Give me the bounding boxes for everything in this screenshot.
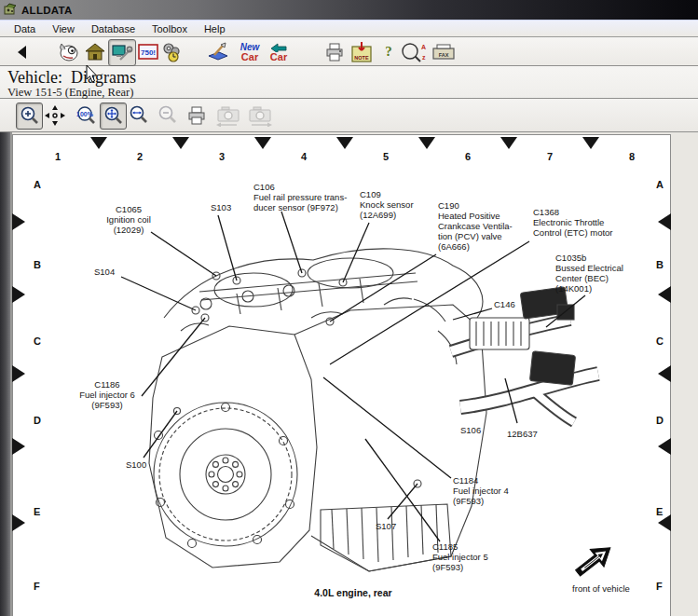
zoom-width-button[interactable] <box>126 103 151 128</box>
heading-bar: Vehicle: Diagrams View 151-5 (Engine, Re… <box>0 66 698 99</box>
fax-button[interactable]: FAX <box>431 39 457 64</box>
fax-label: FAX <box>439 51 449 57</box>
alldata-window: { "window": { "title": "ALLDATA" }, "men… <box>0 0 698 616</box>
callout-S104: S104 <box>94 267 115 277</box>
mouse-cursor <box>86 65 99 84</box>
diagram-page[interactable]: 1 2 3 4 5 6 7 8 A B C D E F A B C D E F <box>12 134 671 616</box>
app-icon <box>4 3 18 17</box>
print-button[interactable] <box>322 39 348 64</box>
zoom-out-icon <box>157 105 178 126</box>
fax-icon: FAX <box>431 43 456 62</box>
main-toolbar: 750! New Car Car <box>0 37 698 66</box>
previous-car-label: Car <box>268 52 289 62</box>
back-button[interactable] <box>9 39 35 64</box>
zoom-100-icon: 100% <box>75 105 99 126</box>
zoom-in-icon <box>20 106 40 127</box>
pan-button[interactable] <box>42 103 67 128</box>
callout-S100: S100 <box>126 459 146 470</box>
callout-C1368: C1368 Electronic Throttle Control (ETC) … <box>533 207 613 238</box>
zoom-print-button[interactable] <box>184 103 209 128</box>
page-title: Vehicle: Diagrams <box>7 68 136 88</box>
note-icon: NOTE <box>350 41 373 63</box>
print-icon <box>324 43 345 62</box>
callout-C1184: C1184 Fuel injector 4 (9F593) <box>453 475 509 506</box>
zoom-toolbar: 100% <box>0 99 698 132</box>
menu-view[interactable]: View <box>44 21 83 36</box>
alert-750-label: 750! <box>141 48 156 57</box>
callout-C1185: C1185 Fuel injector 5 (9F593) <box>432 541 488 572</box>
window-left-edge <box>0 132 12 616</box>
home-button[interactable] <box>82 39 108 64</box>
callout-12B637: 12B637 <box>507 429 538 439</box>
help-icon: ? <box>385 44 392 60</box>
print-icon <box>186 106 207 125</box>
zoom-in-button[interactable] <box>16 103 43 130</box>
callout-C146: C146 <box>494 299 515 309</box>
front-of-vehicle-label: front of vehicle <box>559 583 643 594</box>
next-view-camera-icon <box>246 104 274 127</box>
page-subtitle: View 151-5 (Engine, Rear) <box>7 86 133 100</box>
diagram-caption: 4.0L engine, rear <box>283 587 423 598</box>
callout-C109: C109 Knock sensor (12A699) <box>360 189 414 220</box>
menu-database[interactable]: Database <box>83 21 144 36</box>
callout-C190: C190 Heated Positive Crankcase Ventila- … <box>438 200 513 252</box>
callout-C1065: C1065 Ignition coil (12029) <box>98 204 159 235</box>
callout-C106: C106 Fuel rail pressure trans- ducer sen… <box>253 182 347 212</box>
diagram-viewport: 1 2 3 4 5 6 7 8 A B C D E F A B C D E F <box>0 132 698 616</box>
callout-S103: S103 <box>211 202 231 212</box>
search-az-icon: A z <box>401 42 429 62</box>
previous-car-button[interactable]: Car <box>265 39 293 64</box>
diagnostic-tools-button[interactable] <box>108 39 136 66</box>
back-icon <box>15 45 30 60</box>
callout-S106: S106 <box>460 425 481 435</box>
search-a-label: A <box>421 44 426 50</box>
prev-view-button[interactable] <box>213 103 243 128</box>
zoom-out-button[interactable] <box>155 103 180 128</box>
new-car-button[interactable]: New Car <box>235 39 265 64</box>
back-arrow-icon <box>268 43 289 52</box>
prev-view-camera-icon <box>214 104 242 127</box>
schedule-gears-icon <box>160 41 183 63</box>
next-view-button[interactable] <box>245 103 275 128</box>
search-az-button[interactable]: A z <box>399 39 431 64</box>
callout-C1035b: C1035b Bussed Electrical Center (BEC) (1… <box>555 253 623 294</box>
menu-help[interactable]: Help <box>196 21 234 36</box>
mascot-button[interactable] <box>56 39 82 64</box>
zoom-fit-button[interactable] <box>100 103 127 130</box>
note-label: NOTE <box>354 55 369 61</box>
schedule-button[interactable] <box>158 39 185 64</box>
callout-S107: S107 <box>376 521 396 531</box>
search-z-label: z <box>422 54 426 61</box>
front-of-vehicle-arrow <box>571 539 617 582</box>
menu-bar: Data View Database Toolbox Help <box>0 20 698 37</box>
new-car-bottom-label: Car <box>240 52 260 62</box>
zoom-width-icon <box>129 105 149 126</box>
pan-icon <box>44 104 66 127</box>
mascot-icon <box>58 41 80 63</box>
note-button[interactable]: NOTE <box>349 39 375 64</box>
zoom-100-label: 100% <box>76 110 94 116</box>
zoom-100-button[interactable]: 100% <box>74 103 99 128</box>
new-car-icon: New Car <box>240 43 260 62</box>
window-title: ALLDATA <box>21 5 73 16</box>
previous-car-icon: Car <box>268 43 289 62</box>
menu-data[interactable]: Data <box>6 21 44 36</box>
diagnostic-tools-icon <box>112 43 133 63</box>
alert-750-button[interactable]: 750! <box>135 39 161 64</box>
new-car-top-label: New <box>240 43 260 52</box>
help-button[interactable]: ? <box>380 39 397 64</box>
title-bar: ALLDATA <box>0 0 698 20</box>
stamp-button[interactable] <box>205 39 231 64</box>
stamp-icon <box>206 41 230 63</box>
home-icon <box>84 42 106 62</box>
menu-toolbox[interactable]: Toolbox <box>144 21 196 36</box>
alert-750-icon: 750! <box>138 44 158 61</box>
zoom-fit-icon <box>103 106 124 127</box>
callout-C1186: C1186 Fuel injector 6 (9F593) <box>76 379 138 410</box>
